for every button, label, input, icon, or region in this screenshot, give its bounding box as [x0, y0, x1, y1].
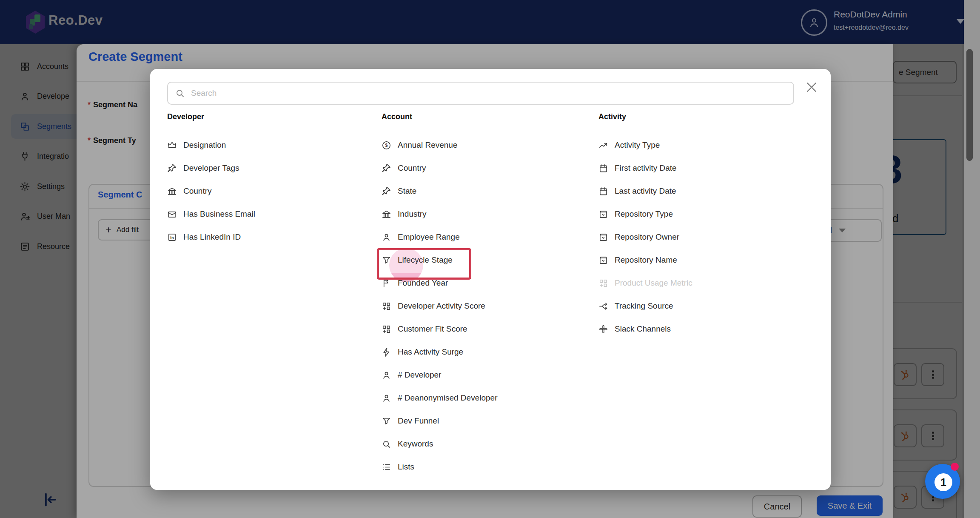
search-icon [175, 88, 185, 98]
filter-option-annual-revenue[interactable]: Annual Revenue [382, 134, 586, 157]
filter-option-developer-tags[interactable]: Developer Tags [167, 157, 371, 180]
search-icon [382, 439, 391, 449]
person-icon [382, 232, 391, 242]
slack-icon [598, 324, 608, 334]
pin-icon [167, 163, 177, 173]
bank-icon [167, 186, 177, 196]
filter-option-lists[interactable]: Lists [382, 455, 586, 478]
filter-option-developer-activity-score[interactable]: Developer Activity Score [382, 295, 586, 318]
calendar-icon [598, 186, 608, 196]
app-root: Reo.Dev ReoDotDev Admin test+reodotdev@r… [0, 0, 980, 518]
filter-option-product-usage-metric: Product Usage Metric [598, 272, 803, 295]
repo-icon [598, 232, 608, 242]
dollar-icon [382, 140, 391, 150]
score-icon [382, 324, 391, 334]
bank-icon [382, 209, 391, 219]
filter-option-tracking-source[interactable]: Tracking Source [598, 295, 803, 318]
filter-option-first-activity-date[interactable]: First activity Date [598, 157, 803, 180]
person-icon [382, 393, 391, 403]
route-icon [598, 301, 608, 311]
filter-picker-modal: Developer Account Activity Designation D… [150, 69, 831, 490]
scrollbar-thumb[interactable] [966, 49, 973, 161]
filter-option-dev-funnel[interactable]: Dev Funnel [382, 409, 586, 432]
account-column: Annual Revenue Country State Industry Em… [382, 134, 586, 478]
page-scrollbar[interactable] [964, 0, 980, 518]
activity-column: Activity Type First activity Date Last a… [598, 134, 803, 341]
filter-option-slack-channels[interactable]: Slack Channels [598, 318, 803, 341]
filter-option-industry[interactable]: Industry [382, 203, 586, 226]
calendar-icon [598, 163, 608, 173]
filter-option-country[interactable]: Country [382, 157, 586, 180]
lifecycle-stage-highlight-box [377, 248, 471, 280]
column-header-activity: Activity [598, 112, 626, 121]
score-icon [382, 301, 391, 311]
search-field[interactable] [167, 82, 794, 105]
search-input[interactable] [190, 88, 793, 98]
filter-option-repository-type[interactable]: Repository Type [598, 203, 803, 226]
filter-option-activity-type[interactable]: Activity Type [598, 134, 803, 157]
column-header-developer: Developer [167, 112, 204, 121]
filter-option-keywords[interactable]: Keywords [382, 432, 586, 455]
filter-option-num-deanonymised-developer[interactable]: # Deanonymised Developer [382, 386, 586, 409]
notification-dot [951, 463, 959, 471]
list-icon [382, 462, 391, 472]
pin-icon [382, 163, 391, 173]
repo-icon [598, 255, 608, 265]
filter-option-has-business-email[interactable]: Has Business Email [167, 203, 371, 226]
trend-icon [598, 140, 608, 150]
filter-option-has-linkedin-id[interactable]: Has LinkedIn ID [167, 226, 371, 249]
developer-column: Designation Developer Tags Country Has B… [167, 134, 371, 249]
person-icon [382, 370, 391, 380]
pin-icon [382, 186, 391, 196]
filter-option-country[interactable]: Country [167, 180, 371, 203]
bolt-icon [382, 347, 391, 357]
filter-option-repository-owner[interactable]: Repository Owner [598, 226, 803, 249]
repo-icon [598, 209, 608, 219]
filter-option-has-activity-surge[interactable]: Has Activity Surge [382, 341, 586, 363]
filter-option-customer-fit-score[interactable]: Customer Fit Score [382, 318, 586, 341]
filter-option-num-developer[interactable]: # Developer [382, 363, 586, 386]
filter-option-last-activity-date[interactable]: Last activity Date [598, 180, 803, 203]
column-header-account: Account [382, 112, 412, 121]
filter-option-state[interactable]: State [382, 180, 586, 203]
filter-option-designation[interactable]: Designation [167, 134, 371, 157]
filter-option-employee-range[interactable]: Employee Range [382, 226, 586, 249]
linkedin-icon [167, 232, 177, 242]
funnel-icon [382, 416, 391, 426]
close-icon[interactable] [804, 80, 819, 94]
filter-option-repository-name[interactable]: Repository Name [598, 249, 803, 272]
mail-icon [167, 209, 177, 219]
crown-icon [167, 140, 177, 150]
score-icon [598, 278, 608, 288]
chat-unread-badge: 1 [934, 473, 952, 491]
